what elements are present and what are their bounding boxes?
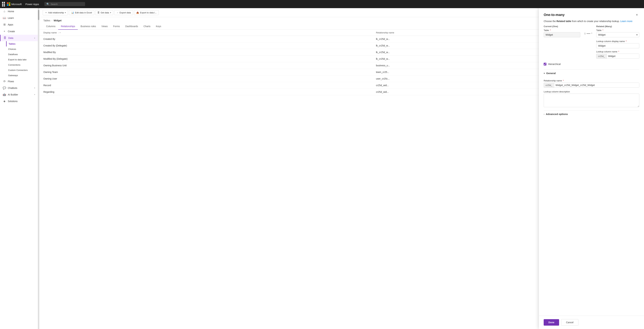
search-input[interactable]: [51, 3, 81, 6]
home-icon: ⌂: [3, 10, 6, 13]
get-data-button[interactable]: 🗄 Get data ▾: [95, 10, 113, 15]
hierarchical-row: Hierarchical: [544, 63, 639, 66]
panel-close-button[interactable]: ×: [634, 12, 639, 18]
done-button[interactable]: Done: [544, 319, 559, 325]
rel-name-input[interactable]: [554, 83, 639, 88]
top-navigation: Microsoft Power Apps 🔍: [0, 0, 644, 8]
edit-data-excel-label: Edit data in Excel: [75, 11, 92, 14]
sidebar-item-learn[interactable]: 📖 Learn: [0, 15, 38, 21]
breadcrumb-tables[interactable]: Tables: [44, 19, 50, 22]
sidebar-item-create[interactable]: ＋ Create: [0, 28, 38, 35]
sidebar-item-tables[interactable]: Tables: [6, 41, 38, 47]
lookup-name-input[interactable]: [607, 54, 639, 59]
get-data-chevron-icon: ▾: [110, 12, 111, 14]
sidebar-item-connections[interactable]: Connections: [6, 62, 38, 68]
col-header-display-name[interactable]: Display name ↑ ▾: [39, 30, 372, 36]
panel-subtitle: Choose the Related table from which to c…: [539, 18, 644, 25]
sidebar-item-data[interactable]: 🗄 Data ▾: [0, 35, 38, 41]
connector-one: 1: [584, 32, 586, 35]
learn-more-link[interactable]: Learn more: [620, 20, 632, 23]
export-data-label: Export data: [120, 11, 131, 14]
cell-display-name: Modified By (Delegate): [39, 56, 372, 62]
hamburger-menu[interactable]: [2, 2, 5, 7]
tab-dashboards[interactable]: Dashboards: [122, 23, 141, 30]
logo-sq-blue: [7, 4, 8, 6]
subtitle-text: Choose the: [544, 20, 556, 23]
rel-name-prefix-input: cr25d_: [544, 83, 639, 88]
hierarchical-checkbox[interactable]: [544, 63, 546, 66]
microsoft-label: Microsoft: [11, 3, 22, 6]
lookup-display-input[interactable]: [596, 43, 639, 48]
filter-icon[interactable]: ▾: [60, 32, 60, 34]
general-section-title: General: [546, 72, 556, 75]
cell-display-name: Regarding: [39, 89, 372, 95]
export-icon: →: [116, 11, 119, 14]
sidebar-scrollbar[interactable]: [38, 8, 39, 329]
panel-footer: Done Cancel: [539, 315, 644, 329]
sidebar-item-flows[interactable]: ⟳ Flows: [0, 78, 38, 85]
export-to-data-button[interactable]: 📤 Export to data l...: [134, 10, 159, 15]
main-layout: ⌂ Home 📖 Learn ⊞ Apps ＋ Create 🗄 Data ▾ …: [0, 8, 644, 329]
data-icon: 🗄: [3, 37, 6, 40]
sidebar-label-choices: Choices: [8, 48, 35, 50]
one-to-many-panel: One-to-many × Choose the Related table f…: [539, 8, 644, 329]
logo-sq-red: [7, 2, 8, 4]
sidebar-label-dataflows: Dataflows: [8, 53, 35, 56]
current-col-label: Current (One): [544, 25, 580, 28]
cell-display-name: Owning User: [39, 76, 372, 82]
sidebar-label-ai-builder: AI Builder: [8, 93, 32, 96]
cell-display-name: Created By (Delegate): [39, 42, 372, 49]
sidebar-label-create: Create: [8, 30, 35, 33]
sidebar-item-ai-builder[interactable]: 🤖 AI Builder ▾: [0, 91, 38, 98]
sidebar-item-solutions[interactable]: ◈ Solutions: [0, 98, 38, 105]
tab-keys[interactable]: Keys: [153, 23, 164, 30]
cancel-button[interactable]: Cancel: [561, 319, 578, 325]
lookup-display-label: Lookup column display name *: [596, 40, 639, 43]
sidebar-item-chatbots[interactable]: 💬 Chatbots ▾: [0, 85, 38, 91]
cell-display-name: Owning Business Unit: [39, 62, 372, 69]
create-icon: ＋: [3, 30, 6, 33]
sidebar-label-export: Export to data lake: [8, 58, 35, 61]
sidebar-item-gateways[interactable]: Gateways: [6, 73, 38, 78]
sidebar-item-home[interactable]: ⌂ Home: [0, 8, 38, 15]
sidebar-item-custom-connectors[interactable]: Custom Connectors: [6, 68, 38, 73]
excel-icon: 📊: [71, 11, 74, 14]
cell-display-name: Record: [39, 82, 372, 89]
sidebar-label-flows: Flows: [8, 80, 35, 83]
scrollbar-thumb[interactable]: [38, 10, 39, 20]
rel-name-field-label: Relationship name *: [544, 79, 639, 82]
sidebar-label-learn: Learn: [8, 17, 35, 19]
tab-charts[interactable]: Charts: [141, 23, 153, 30]
breadcrumb-separator: ›: [52, 19, 52, 22]
tab-keys-label: Keys: [156, 25, 161, 28]
sidebar-item-dataflows[interactable]: Dataflows: [6, 52, 38, 57]
related-table-select[interactable]: Widget: [596, 32, 639, 37]
tab-views[interactable]: Views: [99, 23, 110, 30]
learn-icon: 📖: [3, 16, 6, 20]
advanced-options-header[interactable]: › Advanced options: [544, 110, 639, 118]
sidebar-item-choices[interactable]: Choices: [6, 47, 38, 52]
tab-views-label: Views: [101, 25, 108, 28]
ai-builder-chevron-icon: ▾: [34, 94, 35, 96]
export-to-data-label: Export to data l...: [140, 11, 156, 14]
export-data-button[interactable]: → Export data: [114, 10, 133, 15]
lookup-desc-textarea[interactable]: [544, 94, 639, 107]
edit-data-excel-button[interactable]: 📊 Edit data in Excel: [69, 10, 94, 15]
sidebar-item-apps[interactable]: ⊞ Apps: [0, 21, 38, 28]
breadcrumb-current: Widget: [54, 19, 62, 22]
sidebar-item-export[interactable]: Export to data lake: [6, 57, 38, 62]
add-relationship-button[interactable]: ＋ Add relationship ▾: [43, 10, 68, 15]
general-section-header[interactable]: ▾ General: [544, 70, 639, 77]
tab-business-rules[interactable]: Business rules: [78, 23, 99, 30]
microsoft-logo: Microsoft: [7, 2, 22, 6]
chatbots-chevron-icon: ▾: [34, 87, 35, 89]
add-relationship-chevron-icon: ▾: [65, 12, 66, 14]
lookup-name-required: *: [618, 50, 619, 53]
search-bar[interactable]: 🔍: [44, 2, 85, 6]
related-table-required: *: [602, 29, 603, 32]
solutions-icon: ◈: [3, 100, 6, 103]
rel-name-row: Relationship name * cr25d_: [544, 79, 639, 88]
tab-columns[interactable]: Columns: [44, 23, 58, 30]
tab-forms[interactable]: Forms: [110, 23, 122, 30]
tab-relationships[interactable]: Relationships: [58, 23, 78, 30]
